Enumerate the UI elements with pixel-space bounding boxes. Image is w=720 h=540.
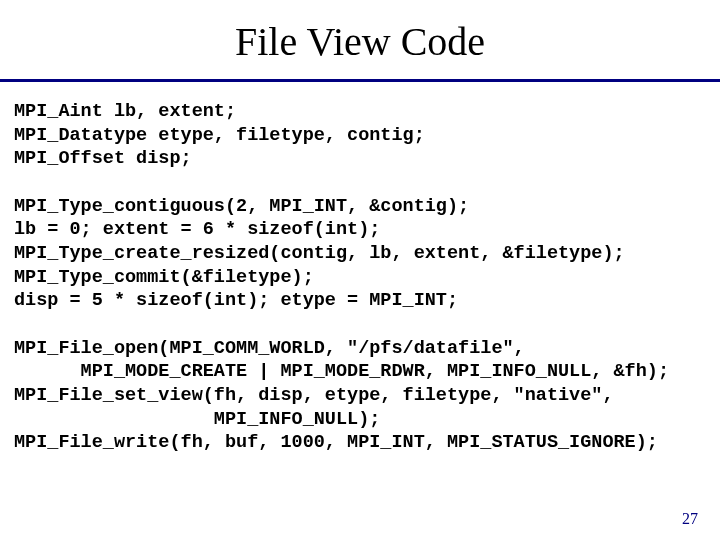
title-underline — [0, 79, 720, 82]
page-number: 27 — [682, 510, 698, 528]
slide: File View Code MPI_Aint lb, extent; MPI_… — [0, 0, 720, 540]
code-block-1: MPI_Aint lb, extent; MPI_Datatype etype,… — [0, 100, 720, 171]
slide-title: File View Code — [0, 0, 720, 79]
code-blank-1 — [0, 171, 720, 195]
code-block-3: MPI_File_open(MPI_COMM_WORLD, "/pfs/data… — [0, 337, 720, 455]
code-block-2: MPI_Type_contiguous(2, MPI_INT, &contig)… — [0, 195, 720, 313]
code-blank-2 — [0, 313, 720, 337]
